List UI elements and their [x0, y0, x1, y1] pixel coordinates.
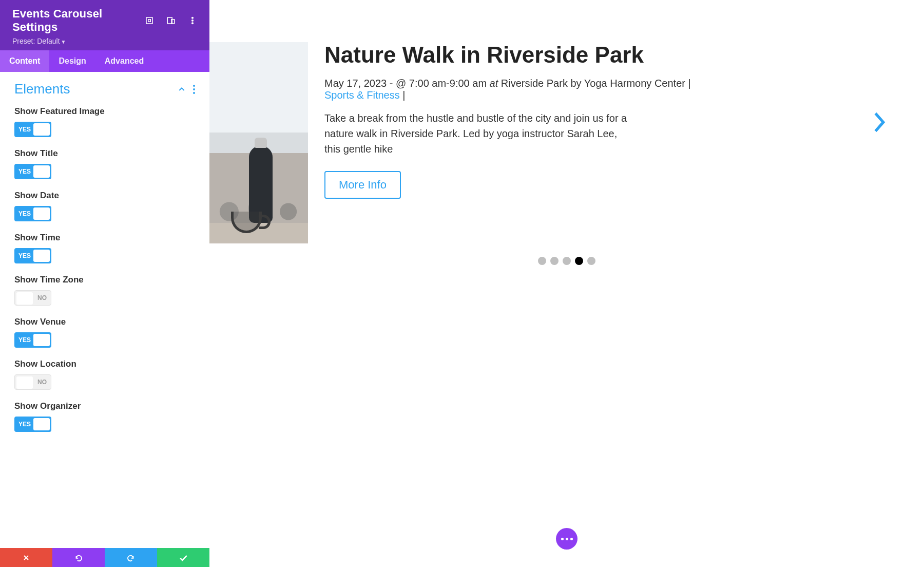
toggle[interactable]: YES — [14, 417, 51, 432]
carousel-dot[interactable] — [550, 257, 559, 265]
toggle-knob — [33, 207, 50, 220]
cancel-button[interactable] — [0, 548, 52, 567]
settings-panel: Events Carousel Settings Preset: Default… — [0, 0, 209, 567]
toggle-label: YES — [18, 126, 31, 133]
tab-advanced[interactable]: Advanced — [95, 50, 153, 72]
builder-fab[interactable] — [556, 528, 578, 550]
field-label: Show Title — [14, 148, 195, 159]
field: Show Featured ImageYES — [14, 106, 195, 137]
toggle-knob — [33, 418, 50, 430]
field: Show DateYES — [14, 191, 195, 221]
panel-footer — [0, 548, 209, 567]
expand-icon[interactable] — [145, 16, 154, 25]
toggle[interactable]: YES — [14, 206, 51, 221]
field-label: Show Date — [14, 191, 195, 201]
field-label: Show Featured Image — [14, 106, 195, 117]
field-label: Show Location — [14, 359, 195, 369]
event-description: Take a break from the hustle and bustle … — [324, 110, 632, 157]
toggle-label: NO — [37, 294, 47, 301]
svg-point-5 — [192, 20, 194, 22]
svg-rect-0 — [146, 17, 152, 24]
field: Show Time ZoneNO — [14, 275, 195, 306]
event-card: Nature Walk in Riverside Park May 17, 20… — [209, 42, 893, 243]
toggle-knob — [33, 334, 50, 346]
field-label: Show Venue — [14, 317, 195, 327]
event-featured-image[interactable] — [209, 42, 308, 243]
toggle[interactable]: NO — [14, 290, 51, 306]
undo-button[interactable] — [52, 548, 105, 567]
field-label: Show Time Zone — [14, 275, 195, 285]
event-time: @ 7:00 am-9:00 am — [396, 78, 487, 89]
responsive-icon[interactable] — [166, 16, 176, 25]
preset-label: Preset: Default — [12, 37, 60, 45]
toggle[interactable]: YES — [14, 122, 51, 137]
caret-down-icon: ▼ — [61, 39, 66, 45]
field: Show TitleYES — [14, 148, 195, 179]
toggle-knob — [33, 250, 50, 262]
save-button[interactable] — [157, 548, 209, 567]
redo-button[interactable] — [105, 548, 157, 567]
svg-point-4 — [192, 17, 194, 18]
preview-canvas: Nature Walk in Riverside Park May 17, 20… — [209, 0, 924, 567]
section-title: Elements — [14, 81, 70, 97]
collapse-icon[interactable] — [178, 85, 186, 93]
more-info-button[interactable]: More Info — [324, 171, 401, 199]
event-title[interactable]: Nature Walk in Riverside Park — [324, 42, 893, 68]
toggle-knob — [33, 123, 50, 136]
carousel-next-button[interactable] — [870, 108, 888, 137]
toggle[interactable]: NO — [14, 374, 51, 390]
field: Show OrganizerYES — [14, 401, 195, 432]
more-icon[interactable] — [188, 16, 197, 25]
event-venue: Riverside Park — [501, 78, 568, 89]
field: Show TimeYES — [14, 233, 195, 263]
tab-design[interactable]: Design — [49, 50, 95, 72]
svg-point-6 — [192, 23, 194, 24]
svg-rect-1 — [148, 20, 151, 22]
panel-header: Events Carousel Settings Preset: Default… — [0, 0, 209, 50]
tabs: Content Design Advanced — [0, 50, 209, 72]
tab-content[interactable]: Content — [0, 50, 49, 72]
toggle[interactable]: YES — [14, 332, 51, 348]
toggle-knob — [16, 376, 33, 389]
toggle-label: YES — [18, 421, 31, 428]
toggle-knob — [16, 292, 33, 305]
event-date: May 17, 2023 — [324, 78, 387, 89]
carousel-dot[interactable] — [587, 257, 595, 265]
event-category-link[interactable]: Sports & Fitness — [324, 89, 400, 101]
toggle[interactable]: YES — [14, 248, 51, 263]
carousel-dots — [538, 257, 595, 265]
event-meta: May 17, 2023 - @ 7:00 am-9:00 am at Rive… — [324, 78, 893, 101]
toggle-label: YES — [18, 252, 31, 259]
field-label: Show Time — [14, 233, 195, 243]
toggle-label: YES — [18, 336, 31, 344]
carousel-dot[interactable] — [575, 257, 583, 265]
section-more-icon[interactable] — [193, 85, 195, 94]
toggle-label: NO — [37, 379, 47, 386]
preset-dropdown[interactable]: Preset: Default▼ — [12, 37, 197, 45]
toggle-label: YES — [18, 168, 31, 175]
panel-title: Events Carousel Settings — [12, 7, 145, 34]
field: Show LocationNO — [14, 359, 195, 390]
field-label: Show Organizer — [14, 401, 195, 411]
carousel-dot[interactable] — [538, 257, 546, 265]
carousel-dot[interactable] — [563, 257, 571, 265]
toggle-knob — [33, 165, 50, 178]
panel-body[interactable]: Elements Show Featured ImageYESShow Titl… — [0, 72, 209, 548]
toggle[interactable]: YES — [14, 164, 51, 179]
field: Show VenueYES — [14, 317, 195, 348]
event-organizer: Yoga Harmony Center — [584, 78, 685, 89]
toggle-label: YES — [18, 210, 31, 217]
